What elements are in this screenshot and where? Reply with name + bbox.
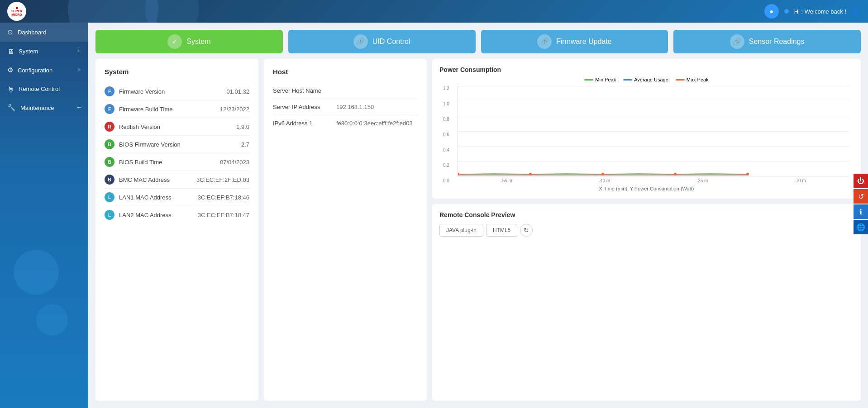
info-value: 3C:EC:EF:2F:ED:03 xyxy=(196,176,249,183)
host-label: Server IP Address xyxy=(273,104,336,110)
chart-area xyxy=(458,86,849,176)
chart-legend: Min Peak Average Usage Max Peak xyxy=(439,77,854,82)
sidebar-item-system[interactable]: 🖥 System + xyxy=(0,42,88,61)
chart-container: 1.2 1.0 0.8 0.6 0.4 0.2 0.0 xyxy=(458,86,849,183)
chart-x-labels: -55 m -40 m -25 m -10 m xyxy=(458,178,849,183)
info-value: 3C:EC:EF:B7:18:46 xyxy=(198,194,249,201)
tab-sensor-icon: 🔗 xyxy=(730,34,744,49)
system-rows: F Firmware Version 01.01.32 F Firmware B… xyxy=(105,83,249,223)
config-expand-icon[interactable]: + xyxy=(77,66,81,74)
host-info-row: Server IP Address 192.168.1.150 xyxy=(273,99,418,115)
sidebar-item-configuration[interactable]: ⚙ Configuration + xyxy=(0,61,88,80)
legend-max-label: Max Peak xyxy=(687,77,709,82)
tab-firmware-label: Firmware Update xyxy=(556,38,612,46)
host-rows: Server Host Name Server IP Address 192.1… xyxy=(273,83,418,131)
host-card-title: Host xyxy=(273,68,418,76)
legend-avg-dot xyxy=(623,79,632,81)
legend-min-peak-dot xyxy=(584,79,593,81)
system-card-title: System xyxy=(105,68,249,76)
system-expand-icon[interactable]: + xyxy=(77,47,81,55)
top-navigation: SUPERMICRO ● Hi ! Welcome back ! 👤 xyxy=(0,0,868,23)
info-label: LAN1 MAC Address xyxy=(119,194,193,201)
system-info-row: L LAN1 MAC Address 3C:EC:EF:B7:18:46 xyxy=(105,189,249,206)
info-label: Redfish Version xyxy=(119,123,232,130)
float-globe-button[interactable]: 🌐 xyxy=(854,220,868,234)
float-power-button[interactable]: ⏻ xyxy=(854,174,868,188)
tab-sensor-label: Sensor Readings xyxy=(749,38,805,46)
chart-y-labels: 1.2 1.0 0.8 0.6 0.4 0.2 0.0 xyxy=(443,86,449,183)
chart-svg xyxy=(458,86,849,176)
system-info-row: F Firmware Build Time 12/23/2022 xyxy=(105,100,249,118)
info-label: BMC MAC Address xyxy=(119,176,192,183)
info-badge: B xyxy=(105,175,114,185)
main-content: ✓ System 🔗 UID Control 🔗 Firmware Update… xyxy=(88,23,868,408)
float-info-button[interactable]: ℹ xyxy=(854,204,868,219)
legend-min-peak: Min Peak xyxy=(584,77,616,82)
sidebar-item-remote-control[interactable]: 🖱 Remote Control xyxy=(0,80,88,98)
html5-button[interactable]: HTML5 xyxy=(486,224,517,237)
info-label: Firmware Build Time xyxy=(119,106,215,113)
config-icon: ⚙ xyxy=(7,66,13,74)
info-value: 12/23/2022 xyxy=(220,106,249,113)
system-info-row: F Firmware Version 01.01.32 xyxy=(105,83,249,100)
info-badge: L xyxy=(105,210,114,220)
system-info-row: B BMC MAC Address 3C:EC:EF:2F:ED:03 xyxy=(105,171,249,189)
tab-firmware-update[interactable]: 🔗 Firmware Update xyxy=(481,30,668,53)
sidebar-label-dashboard: Dashboard xyxy=(18,29,81,36)
info-label: Firmware Version xyxy=(119,88,222,95)
info-value: 1.9.0 xyxy=(236,123,249,130)
refresh-icon: ↻ xyxy=(524,227,529,234)
svg-point-1 xyxy=(529,173,532,176)
system-info-card: System F Firmware Version 01.01.32 F Fir… xyxy=(95,59,258,401)
tab-sensor-readings[interactable]: 🔗 Sensor Readings xyxy=(673,30,861,53)
power-chart-title: Power Consumption xyxy=(439,66,854,73)
remote-console-card: Remote Console Preview JAVA plug-in HTML… xyxy=(432,204,861,401)
info-badge: B xyxy=(105,139,114,149)
system-info-row: B BIOS Firmware Version 2.7 xyxy=(105,136,249,153)
welcome-text: Hi ! Welcome back ! xyxy=(794,8,846,15)
info-label: BIOS Build Time xyxy=(119,159,215,166)
info-label: LAN2 MAC Address xyxy=(119,212,193,218)
nav-right: ● Hi ! Welcome back ! 👤 xyxy=(764,4,861,19)
host-info-card: Host Server Host Name Server IP Address … xyxy=(264,59,427,401)
sidebar-label-remote: Remote Control xyxy=(19,85,81,92)
host-info-row: IPv6 Address 1 fe80:0:0:0:3eec:efff:fe2f… xyxy=(273,115,418,131)
sidebar-label-system: System xyxy=(19,48,72,55)
info-value: 01.01.32 xyxy=(226,88,249,95)
tab-uid-icon: 🔗 xyxy=(353,34,368,49)
sidebar-label-maintenance: Maintenance xyxy=(20,104,72,111)
tab-uid-control[interactable]: 🔗 UID Control xyxy=(288,30,476,53)
logo-text: SUPERMICRO xyxy=(11,9,22,16)
content-grid: System F Firmware Version 01.01.32 F Fir… xyxy=(95,59,861,401)
java-plugin-button[interactable]: JAVA plug-in xyxy=(439,224,483,237)
right-panel: Power Consumption Min Peak Average Usage xyxy=(432,59,861,401)
system-info-row: B BIOS Build Time 07/04/2023 xyxy=(105,153,249,171)
app-body: ⊙ Dashboard 🖥 System + ⚙ Configuration +… xyxy=(0,23,868,408)
console-refresh-button[interactable]: ↻ xyxy=(520,224,533,237)
nav-circle-button[interactable]: ● xyxy=(764,4,779,19)
console-buttons: JAVA plug-in HTML5 ↻ xyxy=(439,224,854,237)
tab-firmware-icon: 🔗 xyxy=(537,34,552,49)
tab-uid-label: UID Control xyxy=(372,38,410,46)
maintenance-expand-icon[interactable]: + xyxy=(77,104,81,112)
info-value: 2.7 xyxy=(241,141,249,148)
sidebar-item-dashboard[interactable]: ⊙ Dashboard xyxy=(0,23,88,42)
legend-min-peak-label: Min Peak xyxy=(595,77,616,82)
sidebar: ⊙ Dashboard 🖥 System + ⚙ Configuration +… xyxy=(0,23,88,408)
tab-system[interactable]: ✓ System xyxy=(95,30,283,53)
nav-dot xyxy=(784,9,789,14)
tab-system-label: System xyxy=(186,38,210,46)
tab-system-icon: ✓ xyxy=(167,34,182,49)
float-reload-button[interactable]: ↺ xyxy=(854,189,868,204)
info-badge: F xyxy=(105,86,114,96)
chart-wrapper: 1.2 1.0 0.8 0.6 0.4 0.2 0.0 xyxy=(439,86,854,183)
tab-bar: ✓ System 🔗 UID Control 🔗 Firmware Update… xyxy=(95,30,861,53)
host-value: fe80:0:0:0:3eec:efff:fe2f:ed03 xyxy=(336,120,418,127)
dashboard-icon: ⊙ xyxy=(7,28,13,36)
info-badge: R xyxy=(105,122,114,132)
host-label: Server Host Name xyxy=(273,87,336,94)
sidebar-label-configuration: Configuration xyxy=(18,67,72,74)
sidebar-item-maintenance[interactable]: 🔧 Maintenance + xyxy=(0,98,88,117)
host-value: 192.168.1.150 xyxy=(336,104,418,110)
legend-max-dot xyxy=(676,79,685,81)
